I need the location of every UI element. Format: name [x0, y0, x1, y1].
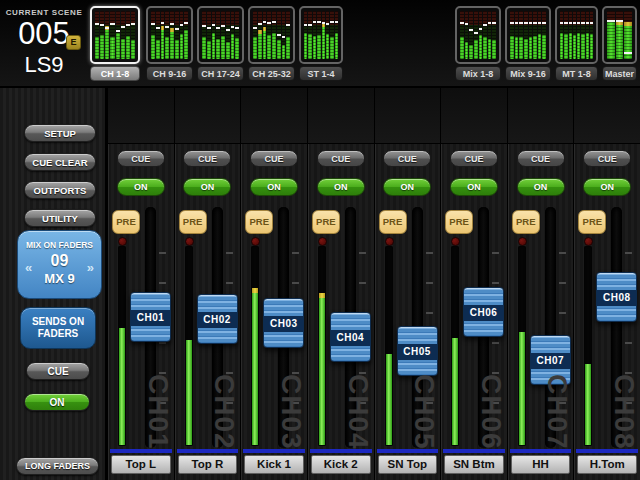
pre-badge[interactable]: PRE [312, 210, 340, 234]
mini-meter-bars [253, 11, 290, 59]
meter-tab-label-mt-1-8[interactable]: MT 1-8 [555, 66, 598, 81]
cue-button[interactable]: CUE [317, 150, 365, 167]
scene-edit-badge: E [66, 35, 81, 50]
mini-meter-bar [560, 11, 563, 59]
channel-name-plate[interactable]: SN Top [378, 455, 438, 474]
prev-mix-icon[interactable]: « [25, 260, 32, 275]
pre-badge[interactable]: PRE [112, 210, 140, 234]
mini-meter-bar [335, 11, 338, 59]
cue-clear-button[interactable]: CUE CLEAR [24, 153, 96, 171]
fader-channel-label: CH06 [464, 305, 503, 321]
fader-position-marker [126, 24, 130, 26]
fader-handle[interactable]: CH04 [330, 312, 371, 362]
on-button[interactable]: ON [117, 178, 165, 196]
channel-color-bar [576, 449, 638, 453]
meter-fill [452, 338, 458, 445]
fader-handle[interactable]: CH06 [463, 287, 504, 337]
mini-meter-bar [577, 11, 580, 59]
meter-tab-mix-9-16[interactable] [505, 6, 551, 64]
fader-channel-label: CH08 [597, 290, 636, 306]
meter-tab-ch-25-32[interactable] [248, 6, 295, 64]
on-button[interactable]: ON [383, 178, 431, 196]
fader-handle[interactable]: CH03 [263, 298, 304, 348]
fader-handle[interactable]: CH08 [596, 272, 637, 322]
on-button[interactable]: ON [250, 178, 298, 196]
meter-tab-label-st-1-4[interactable]: ST 1-4 [299, 66, 343, 81]
cue-button[interactable]: CUE [183, 150, 231, 167]
mini-meter-bar [581, 11, 584, 59]
channel-name-plate[interactable]: Top R [178, 455, 238, 474]
on-button[interactable]: ON [183, 178, 231, 196]
meter-tab-mt-1-8[interactable] [555, 6, 598, 64]
fader-handle[interactable]: CH05 [397, 326, 438, 376]
pre-badge[interactable]: PRE [179, 210, 207, 234]
mini-meter-bar [616, 11, 624, 59]
meter-tab-label-ch-1-8[interactable]: CH 1-8 [90, 66, 140, 81]
scene-panel[interactable]: CURRENT SCENE 005 E LS9 [0, 0, 88, 86]
channel-name-plate[interactable]: H.Tom [577, 455, 637, 474]
on-button[interactable]: ON [517, 178, 565, 196]
pre-badge[interactable]: PRE [379, 210, 407, 234]
fader-scale-tick [492, 282, 499, 284]
pre-badge[interactable]: PRE [578, 210, 606, 234]
sidebar-cue-button[interactable]: CUE [26, 362, 90, 380]
meter-tab-ch-1-8[interactable] [90, 6, 140, 64]
pre-badge[interactable]: PRE [445, 210, 473, 234]
on-button[interactable]: ON [450, 178, 498, 196]
meter-tab-label-ch-17-24[interactable]: CH 17-24 [197, 66, 244, 81]
level-meter [318, 246, 326, 446]
long-faders-button[interactable]: LONG FADERS [16, 457, 99, 475]
next-mix-icon[interactable]: » [87, 260, 94, 275]
cue-button[interactable]: CUE [117, 150, 165, 167]
mini-meter-bar [165, 11, 169, 59]
cue-button[interactable]: CUE [583, 150, 631, 167]
outports-button[interactable]: OUTPORTS [24, 181, 96, 199]
channel-display-area [441, 88, 507, 144]
fader-handle[interactable]: CH02 [197, 294, 238, 344]
cue-button[interactable]: CUE [250, 150, 298, 167]
meter-tab-label-master[interactable]: Master [602, 66, 637, 81]
meter-tab-label-ch-9-16[interactable]: CH 9-16 [146, 66, 193, 81]
channel-name-plate[interactable]: Top L [111, 455, 171, 474]
fader-scale-tick [359, 282, 366, 284]
pre-badge[interactable]: PRE [245, 210, 273, 234]
channel-name-plate[interactable]: HH [511, 455, 571, 474]
meter-tab-label-mix-9-16[interactable]: Mix 9-16 [505, 66, 551, 81]
mini-meter-bar [519, 11, 523, 59]
fader-position-marker [313, 21, 316, 23]
utility-button[interactable]: UTILITY [24, 209, 96, 227]
mix-on-faders-panel[interactable]: MIX ON FADERS « 09 » MX 9 [17, 230, 102, 299]
meter-tab-ch-17-24[interactable] [197, 6, 244, 64]
clip-indicator [451, 237, 460, 246]
fader-position-marker [304, 24, 307, 26]
meter-tab-master[interactable] [602, 6, 637, 64]
fader-scale-tick [426, 252, 433, 254]
sends-on-faders-button[interactable]: SENDS ON FADERS [20, 307, 96, 349]
cue-button[interactable]: CUE [517, 150, 565, 167]
mini-meter-bar [170, 11, 174, 59]
meter-tab-mix-1-8[interactable] [455, 6, 501, 64]
fader-position-marker [151, 23, 155, 25]
meter-tab-label-ch-25-32[interactable]: CH 25-32 [248, 66, 295, 81]
channel-name-plate[interactable]: SN Btm [444, 455, 504, 474]
meter-tab-st-1-4[interactable] [299, 6, 343, 64]
sidebar-on-button[interactable]: ON [24, 393, 90, 411]
mini-meter-bar [569, 11, 572, 59]
fader-position-marker [184, 22, 188, 24]
setup-button[interactable]: SETUP [24, 124, 96, 142]
cue-button[interactable]: CUE [383, 150, 431, 167]
fader-position-marker [519, 22, 523, 24]
on-button[interactable]: ON [317, 178, 365, 196]
fader-position-marker [170, 23, 174, 25]
cue-button[interactable]: CUE [450, 150, 498, 167]
meter-tab-ch-9-16[interactable] [146, 6, 193, 64]
fader-position-marker [533, 22, 537, 24]
level-meter [251, 246, 259, 446]
fader-handle[interactable]: CH01 [130, 292, 171, 342]
on-button[interactable]: ON [583, 178, 631, 196]
channel-name-plate[interactable]: Kick 2 [311, 455, 371, 474]
meter-tab-label-mix-1-8[interactable]: Mix 1-8 [455, 66, 501, 81]
fader-position-marker [569, 22, 572, 24]
channel-name-plate[interactable]: Kick 1 [244, 455, 304, 474]
pre-badge[interactable]: PRE [512, 210, 540, 234]
